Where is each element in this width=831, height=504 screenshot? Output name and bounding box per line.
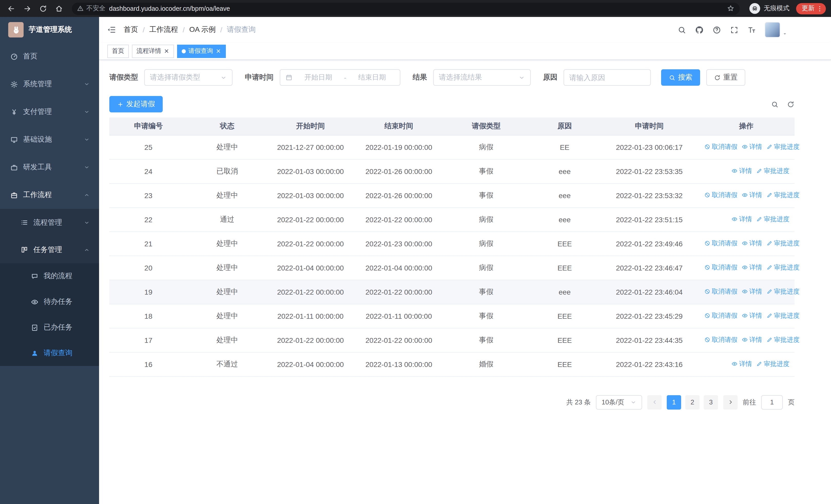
- chevron-down-icon: [84, 137, 90, 143]
- action-detail-link[interactable]: 详情: [741, 143, 762, 151]
- action-detail-link[interactable]: 详情: [732, 360, 752, 368]
- start-date-placeholder: 开始日期: [296, 73, 341, 82]
- action-cancel-link[interactable]: 取消请假: [704, 263, 737, 272]
- search-icon[interactable]: [771, 100, 779, 108]
- result-select[interactable]: 请选择流结果: [433, 69, 531, 86]
- close-icon[interactable]: [164, 48, 169, 54]
- home-icon[interactable]: [53, 2, 65, 14]
- refresh-icon[interactable]: [787, 100, 795, 108]
- action-cancel-link[interactable]: 取消请假: [704, 288, 737, 296]
- forward-icon[interactable]: [21, 2, 33, 14]
- page-button-3[interactable]: 3: [704, 395, 718, 409]
- reload-icon[interactable]: [37, 2, 49, 14]
- sidebar-item-infrastructure[interactable]: 基础设施: [0, 126, 99, 153]
- action-detail-link[interactable]: 详情: [741, 312, 762, 320]
- apply-time-range-picker[interactable]: 开始日期 - 结束日期: [280, 69, 400, 86]
- sidebar-item-leave-query[interactable]: 请假查询: [0, 340, 99, 366]
- sidebar-item-home[interactable]: 首页: [0, 42, 99, 70]
- action-progress-link[interactable]: 审批进度: [756, 215, 790, 224]
- action-progress-link[interactable]: 审批进度: [756, 167, 790, 176]
- address-bar[interactable]: 不安全 dashboard.yudao.iocoder.cn/bpm/oa/le…: [72, 2, 740, 14]
- action-cancel-link[interactable]: 取消请假: [704, 143, 737, 151]
- action-detail-link[interactable]: 详情: [741, 191, 762, 200]
- reset-button[interactable]: 重置: [706, 69, 745, 86]
- reason-input[interactable]: [564, 69, 651, 86]
- tab-流程详情[interactable]: 流程详情: [132, 45, 174, 58]
- table-row[interactable]: 17处理中2022-01-22 00:00:002022-01-22 00:00…: [109, 328, 795, 352]
- action-progress-link[interactable]: 审批进度: [766, 336, 799, 345]
- column-header: 操作: [698, 118, 795, 135]
- bookmark-star-icon[interactable]: [727, 5, 735, 12]
- user-avatar[interactable]: [765, 22, 780, 37]
- table-row[interactable]: 18处理中2022-01-11 00:00:002022-01-11 00:00…: [109, 304, 795, 328]
- table-row[interactable]: 20处理中2022-01-04 00:00:002022-01-04 00:00…: [109, 256, 795, 280]
- page-button-2[interactable]: 2: [685, 395, 699, 409]
- table-row[interactable]: 22通过2022-01-22 00:00:002022-01-22 00:00:…: [109, 207, 795, 232]
- sidebar-item-label: 研发工具: [23, 163, 52, 172]
- question-icon[interactable]: [712, 25, 721, 34]
- search-icon[interactable]: [678, 25, 686, 34]
- page-button-1[interactable]: 1: [667, 395, 681, 409]
- table-row[interactable]: 21处理中2022-01-22 00:00:002022-01-23 00:00…: [109, 232, 795, 256]
- github-icon[interactable]: [695, 25, 704, 34]
- sidebar-item-payment-management[interactable]: 支付管理: [0, 98, 99, 126]
- breadcrumb-item[interactable]: 首页: [124, 25, 138, 34]
- user-menu[interactable]: [765, 22, 788, 37]
- sidebar-item-dev-tools[interactable]: 研发工具: [0, 153, 99, 181]
- security-chip[interactable]: 不安全: [77, 4, 106, 13]
- page-size-select[interactable]: 10条/页: [596, 395, 642, 409]
- create-leave-button[interactable]: 发起请假: [109, 96, 163, 112]
- action-cancel-link[interactable]: 取消请假: [704, 239, 737, 248]
- action-progress-link[interactable]: 审批进度: [766, 239, 799, 248]
- table-row[interactable]: 16不通过2022-01-04 00:00:002022-01-13 00:00…: [109, 352, 795, 376]
- tab-请假查询[interactable]: 请假查询: [177, 45, 226, 58]
- action-detail-link[interactable]: 详情: [741, 288, 762, 296]
- app-logo[interactable]: 芋道管理系统: [0, 17, 99, 42]
- action-progress-link[interactable]: 审批进度: [756, 360, 790, 368]
- action-progress-link[interactable]: 审批进度: [766, 312, 799, 320]
- leave-type-select[interactable]: 请选择请假类型: [144, 69, 232, 86]
- action-detail-link[interactable]: 详情: [741, 239, 762, 248]
- action-progress-link[interactable]: 审批进度: [766, 143, 799, 151]
- prev-page-button[interactable]: [647, 395, 662, 409]
- breadcrumb-item[interactable]: OA 示例: [190, 25, 216, 34]
- sidebar-item-todo-tasks[interactable]: 待办任务: [0, 289, 99, 315]
- kebab-menu-icon[interactable]: [816, 5, 823, 12]
- action-cancel-link[interactable]: 取消请假: [704, 336, 737, 345]
- next-page-button[interactable]: [723, 395, 738, 409]
- cell-applied: 2022-01-22 23:51:15: [601, 207, 698, 232]
- sidebar-item-task-management[interactable]: 任务管理: [0, 236, 99, 263]
- cell-id: 22: [109, 207, 188, 232]
- sidebar-item-system-management[interactable]: 系统管理: [0, 70, 99, 98]
- breadcrumb-item[interactable]: 工作流程: [149, 25, 178, 34]
- table-row[interactable]: 24已取消2022-01-03 00:00:002022-01-26 00:00…: [109, 159, 795, 183]
- browser-update-button[interactable]: 更新: [796, 3, 826, 14]
- action-detail-link[interactable]: 详情: [732, 167, 752, 176]
- table-row[interactable]: 23处理中2022-01-03 00:00:002022-01-26 00:00…: [109, 183, 795, 207]
- sidebar-toggle-icon[interactable]: [107, 25, 116, 34]
- close-icon[interactable]: [216, 48, 221, 54]
- sidebar-item-done-tasks[interactable]: 已办任务: [0, 315, 99, 340]
- sidebar-item-process-management[interactable]: 流程管理: [0, 209, 99, 236]
- action-progress-link[interactable]: 审批进度: [766, 288, 799, 296]
- sidebar-item-my-processes[interactable]: 我的流程: [0, 263, 99, 289]
- action-cancel-link[interactable]: 取消请假: [704, 312, 737, 320]
- cell-end: 2022-01-22 00:00:00: [354, 207, 444, 232]
- action-progress-link[interactable]: 审批进度: [766, 263, 799, 272]
- action-detail-link[interactable]: 详情: [741, 336, 762, 345]
- sidebar-item-workflow[interactable]: 工作流程: [0, 181, 99, 209]
- action-detail-link[interactable]: 详情: [732, 215, 752, 224]
- back-icon[interactable]: [5, 2, 18, 14]
- tab-首页[interactable]: 首页: [107, 45, 129, 58]
- table-row[interactable]: 19处理中2022-01-22 00:00:002022-01-22 00:00…: [109, 280, 795, 304]
- cell-status: 不通过: [188, 352, 267, 376]
- table-row[interactable]: 25处理中2021-12-27 00:00:002022-01-19 00:00…: [109, 135, 795, 159]
- search-button[interactable]: 搜索: [661, 69, 700, 86]
- action-detail-link[interactable]: 详情: [741, 263, 762, 272]
- font-size-icon[interactable]: [747, 25, 756, 34]
- cell-applied: 2022-01-22 23:43:16: [601, 352, 698, 376]
- fullscreen-icon[interactable]: [730, 25, 739, 34]
- goto-page-input[interactable]: [761, 395, 783, 409]
- action-progress-link[interactable]: 审批进度: [766, 191, 799, 200]
- action-cancel-link[interactable]: 取消请假: [704, 191, 737, 200]
